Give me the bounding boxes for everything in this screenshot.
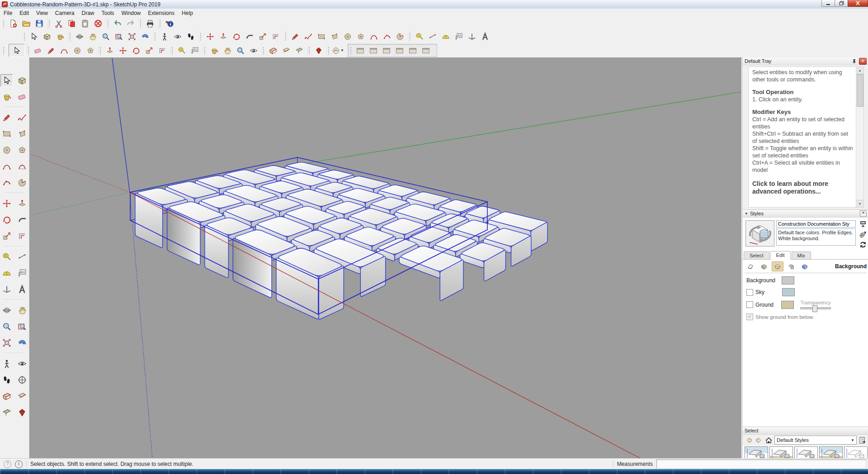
tape-measure-tool-icon[interactable] [0, 251, 13, 263]
undo-button-icon[interactable] [111, 18, 124, 30]
toolbar-grip[interactable] [204, 47, 206, 55]
zoom-window-tool-icon[interactable] [16, 320, 28, 333]
background-settings-icon[interactable] [772, 261, 783, 271]
3d-text-tool-icon[interactable] [478, 31, 491, 43]
previous-view-tool-icon[interactable] [16, 337, 28, 349]
position-camera-tool-icon[interactable] [0, 357, 13, 370]
home-icon[interactable] [764, 436, 773, 445]
follow-me-tool-icon[interactable] [243, 31, 256, 43]
toolbar-grip[interactable] [3, 19, 5, 28]
toolbar-grip[interactable] [48, 19, 51, 28]
zoom-window-tool-icon[interactable] [112, 31, 125, 43]
text-tool-icon[interactable]: A1 [188, 44, 201, 57]
style-selector-button-icon[interactable]: ▼ [331, 44, 344, 57]
eraser-tool-icon[interactable] [31, 44, 44, 57]
text-tool-icon[interactable]: A1 [16, 267, 28, 280]
rotate-tool-icon[interactable] [230, 31, 243, 43]
menu-draw[interactable]: Draw [78, 9, 98, 17]
menu-tools[interactable]: Tools [98, 9, 118, 17]
offset-tool-icon[interactable] [16, 230, 28, 242]
rotate-tool-icon[interactable] [0, 213, 13, 226]
menu-camera[interactable]: Camera [52, 9, 78, 17]
make-component-tool-icon[interactable] [40, 31, 53, 43]
text-tool-icon[interactable]: A1 [452, 31, 465, 43]
push-pull-tool-icon[interactable] [16, 197, 28, 210]
toolbar-grip[interactable] [69, 33, 71, 41]
tape-measure-tool-icon[interactable] [413, 31, 426, 43]
section-fill-toggle-icon[interactable] [0, 406, 13, 419]
dimension-tool-icon[interactable] [16, 251, 28, 263]
scale-tool-icon[interactable] [0, 230, 13, 242]
collapse-triangle-icon[interactable]: ▼ [745, 212, 748, 216]
styles-panel-header[interactable]: ▼ Styles ✕ [743, 209, 868, 218]
copy-button-icon[interactable] [65, 18, 78, 30]
minimize-button[interactable] [821, 0, 835, 7]
sky-checkbox[interactable] [746, 289, 753, 296]
offset-tool-icon[interactable] [269, 31, 282, 43]
toolbar-grip[interactable] [107, 19, 109, 28]
move-tool-icon[interactable] [0, 197, 13, 210]
tags-window-toggle-icon[interactable] [393, 44, 406, 57]
transparency-slider[interactable] [800, 307, 831, 309]
compass-tool-icon[interactable] [16, 374, 28, 386]
section-fill-toggle-icon[interactable] [292, 44, 306, 57]
circle-tool-icon[interactable] [0, 144, 13, 156]
tab-select[interactable]: Select [744, 251, 769, 259]
zoom-tool-icon[interactable] [234, 44, 247, 57]
scroll-down-icon[interactable]: ▼ [856, 200, 863, 207]
paste-button-icon[interactable] [78, 18, 91, 30]
toolbar-grip[interactable] [159, 19, 161, 28]
menu-file[interactable]: File [0, 9, 16, 17]
circle-tool-icon[interactable] [341, 31, 354, 43]
redo-button-icon[interactable] [124, 18, 137, 30]
pie-tool-icon[interactable] [16, 176, 28, 189]
line-tool-icon[interactable] [44, 44, 57, 57]
face-settings-icon[interactable] [758, 261, 770, 271]
protractor-tool-icon[interactable] [0, 267, 13, 280]
menu-help[interactable]: Help [178, 9, 197, 17]
3d-warehouse-button-icon[interactable] [312, 44, 325, 57]
cut-button-icon[interactable] [52, 18, 65, 30]
zoom-extents-tool-icon[interactable] [0, 337, 13, 349]
tray-title-bar[interactable]: Default Tray ✕ [743, 57, 868, 65]
toolbar-grip[interactable] [24, 33, 26, 41]
erase-button-icon[interactable] [91, 18, 104, 30]
select-section-header[interactable]: Select [743, 427, 868, 435]
zoom-tool-icon[interactable] [99, 31, 112, 43]
line-tool-icon[interactable] [288, 31, 302, 43]
toolbar-grip[interactable] [140, 19, 142, 28]
previous-view-tool-icon[interactable] [138, 31, 151, 43]
toolbar-grip[interactable] [154, 33, 156, 41]
make-component-tool-icon[interactable] [16, 74, 28, 87]
toolbar-grip[interactable] [28, 47, 30, 55]
toolbar-grip[interactable] [200, 33, 202, 41]
toolbar-grip[interactable] [263, 47, 265, 55]
toolbar-grip[interactable] [171, 47, 174, 55]
look-around-tool-icon[interactable] [171, 31, 184, 43]
pie-tool-icon[interactable] [393, 31, 406, 43]
pan-tool-icon[interactable] [16, 304, 28, 317]
two-point-arc-tool-icon[interactable] [367, 31, 380, 43]
push-pull-tool-icon[interactable] [103, 44, 116, 57]
toolbar-grip[interactable] [285, 33, 287, 41]
pan-tool-icon[interactable] [86, 31, 99, 43]
sky-color-swatch[interactable] [782, 288, 795, 296]
update-style-icon[interactable] [859, 241, 867, 248]
tape-measure-tool-icon[interactable] [175, 44, 188, 57]
slider-knob[interactable] [812, 305, 817, 312]
rectangle-tool-icon[interactable] [315, 31, 328, 43]
zoom-extents-tool-icon[interactable] [125, 31, 138, 43]
circle-tool-icon[interactable] [71, 44, 84, 57]
protractor-tool-icon[interactable] [439, 31, 452, 43]
menu-extensions[interactable]: Extensions [144, 9, 178, 17]
cobblestone-model[interactable] [135, 162, 547, 319]
move-tool-icon[interactable] [116, 44, 129, 57]
modeling-settings-icon[interactable] [799, 261, 811, 271]
zoom-tool-icon[interactable] [0, 320, 13, 333]
ground-checkbox[interactable] [746, 301, 753, 308]
polygon-tool-icon[interactable] [354, 31, 367, 43]
close-button[interactable] [848, 0, 868, 7]
secondary-pane-icon[interactable] [859, 220, 867, 228]
tray-close-icon[interactable]: ✕ [859, 58, 867, 65]
3d-text-tool-icon[interactable] [16, 283, 28, 296]
